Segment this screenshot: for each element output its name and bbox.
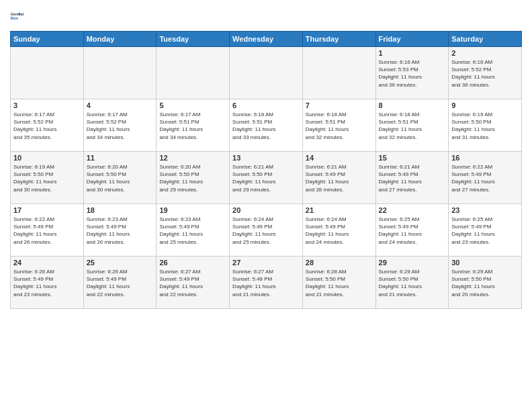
day-cell: 8Sunrise: 6:18 AM Sunset: 5:51 PM Daylig… — [375, 99, 449, 152]
header-day-thursday: Thursday — [302, 32, 375, 47]
day-number: 8 — [379, 101, 446, 109]
calendar-table: SundayMondayTuesdayWednesdayThursdayFrid… — [10, 31, 522, 309]
week-row-5: 24Sunrise: 6:26 AM Sunset: 5:49 PM Dayli… — [11, 257, 522, 309]
day-cell: 18Sunrise: 6:23 AM Sunset: 5:49 PM Dayli… — [83, 204, 157, 257]
week-row-2: 3Sunrise: 6:17 AM Sunset: 5:52 PM Daylig… — [11, 99, 522, 152]
day-number: 12 — [159, 154, 226, 162]
day-info: Sunrise: 6:28 AM Sunset: 5:50 PM Dayligh… — [306, 268, 373, 298]
day-number: 25 — [87, 259, 154, 267]
day-cell — [83, 47, 157, 99]
day-cell: 30Sunrise: 6:29 AM Sunset: 5:50 PM Dayli… — [449, 257, 522, 309]
day-number: 9 — [451, 101, 519, 109]
day-info: Sunrise: 6:17 AM Sunset: 5:52 PM Dayligh… — [87, 111, 154, 141]
svg-text:Blue: Blue — [11, 16, 18, 20]
day-info: Sunrise: 6:27 AM Sunset: 5:49 PM Dayligh… — [232, 268, 300, 298]
day-number: 2 — [451, 49, 519, 57]
day-cell: 12Sunrise: 6:20 AM Sunset: 5:50 PM Dayli… — [157, 152, 230, 204]
day-info: Sunrise: 6:18 AM Sunset: 5:51 PM Dayligh… — [232, 111, 300, 141]
day-number: 22 — [379, 206, 446, 214]
day-cell: 7Sunrise: 6:18 AM Sunset: 5:51 PM Daylig… — [302, 99, 375, 152]
day-info: Sunrise: 6:20 AM Sunset: 5:50 PM Dayligh… — [87, 163, 154, 193]
day-number: 19 — [159, 206, 226, 214]
week-row-3: 10Sunrise: 6:19 AM Sunset: 5:50 PM Dayli… — [11, 152, 522, 204]
day-cell: 4Sunrise: 6:17 AM Sunset: 5:52 PM Daylig… — [83, 99, 157, 152]
day-info: Sunrise: 6:16 AM Sunset: 5:52 PM Dayligh… — [451, 58, 519, 89]
logo-icon: General Blue — [10, 7, 29, 26]
day-info: Sunrise: 6:20 AM Sunset: 5:50 PM Dayligh… — [159, 163, 226, 193]
day-info: Sunrise: 6:23 AM Sunset: 5:49 PM Dayligh… — [159, 216, 226, 246]
week-row-1: 1Sunrise: 6:16 AM Sunset: 5:53 PM Daylig… — [11, 47, 522, 99]
day-number: 16 — [451, 154, 519, 162]
day-info: Sunrise: 6:26 AM Sunset: 5:49 PM Dayligh… — [87, 268, 154, 298]
day-cell: 27Sunrise: 6:27 AM Sunset: 5:49 PM Dayli… — [230, 257, 303, 309]
day-info: Sunrise: 6:24 AM Sunset: 5:49 PM Dayligh… — [306, 216, 373, 246]
day-number: 5 — [159, 101, 226, 109]
day-cell: 28Sunrise: 6:28 AM Sunset: 5:50 PM Dayli… — [302, 257, 375, 309]
svg-text:General: General — [11, 12, 24, 16]
day-number: 6 — [232, 101, 300, 109]
day-cell: 23Sunrise: 6:25 AM Sunset: 5:49 PM Dayli… — [449, 204, 522, 257]
day-info: Sunrise: 6:17 AM Sunset: 5:51 PM Dayligh… — [159, 111, 226, 141]
day-cell: 26Sunrise: 6:27 AM Sunset: 5:49 PM Dayli… — [157, 257, 230, 309]
day-cell: 16Sunrise: 6:22 AM Sunset: 5:49 PM Dayli… — [449, 152, 522, 204]
day-info: Sunrise: 6:18 AM Sunset: 5:51 PM Dayligh… — [306, 111, 373, 141]
day-cell: 29Sunrise: 6:29 AM Sunset: 5:50 PM Dayli… — [375, 257, 449, 309]
day-cell: 11Sunrise: 6:20 AM Sunset: 5:50 PM Dayli… — [83, 152, 157, 204]
day-cell: 15Sunrise: 6:21 AM Sunset: 5:49 PM Dayli… — [375, 152, 449, 204]
day-cell: 13Sunrise: 6:21 AM Sunset: 5:50 PM Dayli… — [230, 152, 303, 204]
day-info: Sunrise: 6:19 AM Sunset: 5:50 PM Dayligh… — [451, 111, 519, 141]
day-info: Sunrise: 6:18 AM Sunset: 5:51 PM Dayligh… — [379, 111, 446, 141]
day-number: 26 — [159, 259, 226, 267]
header-day-monday: Monday — [83, 32, 157, 47]
day-number: 28 — [306, 259, 373, 267]
day-cell: 9Sunrise: 6:19 AM Sunset: 5:50 PM Daylig… — [449, 99, 522, 152]
day-cell: 14Sunrise: 6:21 AM Sunset: 5:49 PM Dayli… — [302, 152, 375, 204]
day-cell: 1Sunrise: 6:16 AM Sunset: 5:53 PM Daylig… — [375, 47, 449, 99]
day-number: 24 — [13, 259, 81, 267]
day-info: Sunrise: 6:23 AM Sunset: 5:49 PM Dayligh… — [87, 216, 154, 246]
header: General Blue — [10, 7, 522, 26]
day-cell: 20Sunrise: 6:24 AM Sunset: 5:49 PM Dayli… — [230, 204, 303, 257]
day-cell — [157, 47, 230, 99]
header-day-sunday: Sunday — [11, 32, 84, 47]
day-info: Sunrise: 6:24 AM Sunset: 5:49 PM Dayligh… — [232, 216, 300, 246]
day-info: Sunrise: 6:21 AM Sunset: 5:49 PM Dayligh… — [379, 163, 446, 193]
week-row-4: 17Sunrise: 6:22 AM Sunset: 5:49 PM Dayli… — [11, 204, 522, 257]
day-cell: 3Sunrise: 6:17 AM Sunset: 5:52 PM Daylig… — [11, 99, 84, 152]
day-number: 11 — [87, 154, 154, 162]
day-number: 18 — [87, 206, 154, 214]
day-cell: 25Sunrise: 6:26 AM Sunset: 5:49 PM Dayli… — [83, 257, 157, 309]
day-number: 7 — [306, 101, 373, 109]
header-day-wednesday: Wednesday — [230, 32, 303, 47]
day-number: 10 — [13, 154, 81, 162]
header-day-saturday: Saturday — [449, 32, 522, 47]
day-number: 20 — [232, 206, 300, 214]
day-cell: 6Sunrise: 6:18 AM Sunset: 5:51 PM Daylig… — [230, 99, 303, 152]
day-number: 29 — [379, 259, 446, 267]
day-number: 21 — [306, 206, 373, 214]
day-info: Sunrise: 6:16 AM Sunset: 5:53 PM Dayligh… — [379, 58, 446, 89]
day-cell — [11, 47, 84, 99]
day-cell: 19Sunrise: 6:23 AM Sunset: 5:49 PM Dayli… — [157, 204, 230, 257]
day-cell: 21Sunrise: 6:24 AM Sunset: 5:49 PM Dayli… — [302, 204, 375, 257]
day-cell: 24Sunrise: 6:26 AM Sunset: 5:49 PM Dayli… — [11, 257, 84, 309]
calendar-header: SundayMondayTuesdayWednesdayThursdayFrid… — [11, 32, 522, 47]
header-day-tuesday: Tuesday — [157, 32, 230, 47]
day-number: 23 — [451, 206, 519, 214]
header-row: SundayMondayTuesdayWednesdayThursdayFrid… — [11, 32, 522, 47]
day-cell: 17Sunrise: 6:22 AM Sunset: 5:49 PM Dayli… — [11, 204, 84, 257]
day-number: 30 — [451, 259, 519, 267]
day-cell: 5Sunrise: 6:17 AM Sunset: 5:51 PM Daylig… — [157, 99, 230, 152]
day-info: Sunrise: 6:21 AM Sunset: 5:50 PM Dayligh… — [232, 163, 300, 193]
day-number: 14 — [306, 154, 373, 162]
day-info: Sunrise: 6:27 AM Sunset: 5:49 PM Dayligh… — [159, 268, 226, 298]
calendar-body: 1Sunrise: 6:16 AM Sunset: 5:53 PM Daylig… — [11, 47, 522, 309]
day-info: Sunrise: 6:21 AM Sunset: 5:49 PM Dayligh… — [306, 163, 373, 193]
day-number: 4 — [87, 101, 154, 109]
day-info: Sunrise: 6:25 AM Sunset: 5:49 PM Dayligh… — [379, 216, 446, 246]
day-cell: 22Sunrise: 6:25 AM Sunset: 5:49 PM Dayli… — [375, 204, 449, 257]
day-number: 3 — [13, 101, 81, 109]
day-cell: 2Sunrise: 6:16 AM Sunset: 5:52 PM Daylig… — [449, 47, 522, 99]
day-number: 27 — [232, 259, 300, 267]
day-info: Sunrise: 6:17 AM Sunset: 5:52 PM Dayligh… — [13, 111, 81, 141]
